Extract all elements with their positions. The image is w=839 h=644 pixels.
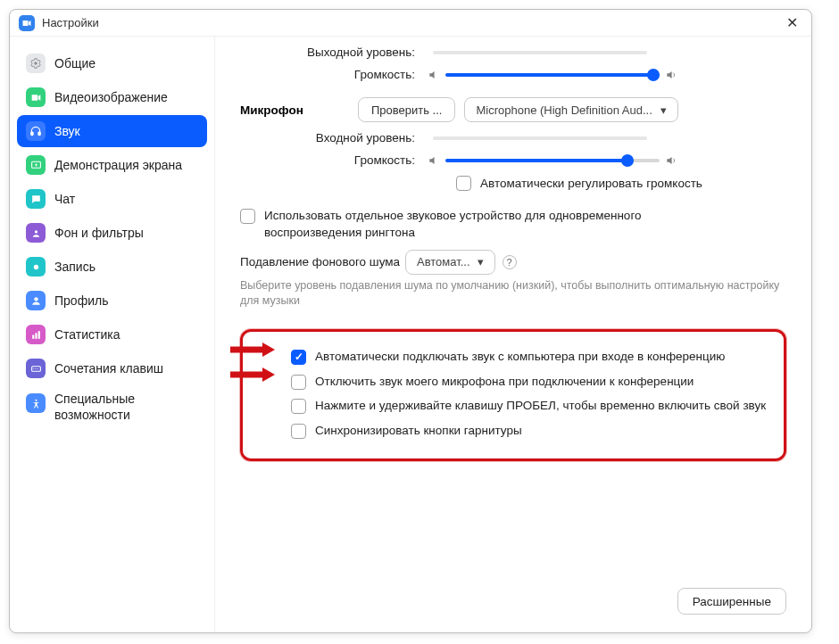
close-button[interactable]: ✕ xyxy=(781,12,802,34)
mic-test-label: Проверить ... xyxy=(371,103,442,117)
share-screen-icon xyxy=(26,155,46,175)
sidebar-item-label: Фон и фильтры xyxy=(54,226,144,240)
titlebar: Настройки ✕ xyxy=(10,10,811,37)
headphones-icon xyxy=(26,121,46,141)
content: Выходной уровень: Громкость: Микрофон Пр… xyxy=(215,37,811,632)
svg-point-13 xyxy=(37,367,37,368)
speaker-low-icon xyxy=(428,69,440,81)
speaker-low-icon xyxy=(428,154,440,167)
svg-point-4 xyxy=(34,230,37,233)
auto-adjust-volume-checkbox[interactable] xyxy=(456,176,471,191)
noise-suppression-value: Автомат... xyxy=(417,255,470,268)
separate-ringtone-checkbox[interactable] xyxy=(240,209,255,224)
noise-suppression-label: Подавление фонового шума xyxy=(240,255,400,268)
sidebar-item-chat[interactable]: Чат xyxy=(17,183,207,215)
sidebar-item-label: Запись xyxy=(54,260,96,274)
sidebar-item-label: Демонстрация экрана xyxy=(54,158,182,172)
sidebar: Общие Видеоизображение Звук Демонстрация… xyxy=(10,37,215,632)
sidebar-item-label: Общие xyxy=(54,56,96,70)
speaker-volume-slider[interactable] xyxy=(445,73,660,77)
chevron-down-icon: ▾ xyxy=(660,103,667,117)
highlighted-options-box: Автоматически подключать звук с компьюте… xyxy=(240,329,786,462)
sidebar-item-audio[interactable]: Звук xyxy=(17,115,207,147)
speaker-high-icon xyxy=(665,154,677,167)
chat-icon xyxy=(26,189,46,209)
app-icon xyxy=(19,15,35,31)
sync-headset-buttons-checkbox[interactable] xyxy=(291,424,306,439)
mute-mic-on-join-label: Отключить звук моего микрофона при подкл… xyxy=(315,374,694,391)
push-to-talk-checkbox[interactable] xyxy=(291,399,306,414)
advanced-button-label: Расширенные xyxy=(693,595,771,608)
annotation-arrow-2 xyxy=(228,366,277,384)
output-level-label: Выходной уровень: xyxy=(240,45,428,59)
chevron-down-icon: ▾ xyxy=(478,255,484,268)
svg-point-5 xyxy=(33,264,37,268)
sidebar-item-general[interactable]: Общие xyxy=(17,47,207,79)
window-title: Настройки xyxy=(42,16,99,29)
auto-join-audio-label: Автоматически подключать звук с компьюте… xyxy=(315,349,725,366)
svg-point-0 xyxy=(34,62,37,65)
noise-suppression-hint: Выберите уровень подавления шума по умол… xyxy=(240,278,786,310)
video-icon xyxy=(26,87,46,107)
sidebar-item-label: Сочетания клавиш xyxy=(54,361,163,376)
output-level-meter xyxy=(433,51,647,54)
auto-adjust-volume-label: Автоматически регулировать громкость xyxy=(480,176,702,193)
input-level-label: Входной уровень: xyxy=(240,131,428,144)
svg-rect-1 xyxy=(31,132,33,136)
input-level-meter xyxy=(433,136,647,140)
record-icon xyxy=(26,257,46,277)
sidebar-item-share-screen[interactable]: Демонстрация экрана xyxy=(17,149,207,181)
keyboard-icon xyxy=(26,359,46,378)
annotation-arrow-1 xyxy=(228,341,277,359)
push-to-talk-label: Нажмите и удерживайте клавишу ПРОБЕЛ, чт… xyxy=(315,398,766,415)
background-icon xyxy=(26,223,46,243)
sidebar-item-label: Статистика xyxy=(54,327,120,342)
sync-headset-buttons-label: Синхронизировать кнопки гарнитуры xyxy=(315,423,522,440)
svg-point-14 xyxy=(35,399,37,400)
mic-device-select[interactable]: Microphone (High Definition Aud... ▾ xyxy=(464,97,678,122)
sidebar-item-shortcuts[interactable]: Сочетания клавиш xyxy=(17,352,207,384)
svg-point-6 xyxy=(34,297,37,301)
mic-test-button[interactable]: Проверить ... xyxy=(358,97,455,122)
mic-device-value: Microphone (High Definition Aud... xyxy=(476,103,652,117)
speaker-high-icon xyxy=(665,69,677,81)
svg-rect-2 xyxy=(38,132,40,136)
sidebar-item-label: Чат xyxy=(54,192,75,206)
svg-rect-8 xyxy=(35,333,37,339)
advanced-button[interactable]: Расширенные xyxy=(677,588,786,615)
sidebar-item-label: Специальные возможности xyxy=(54,392,198,423)
mute-mic-on-join-checkbox[interactable] xyxy=(291,375,306,390)
auto-join-audio-checkbox[interactable] xyxy=(291,350,306,365)
profile-icon xyxy=(26,291,46,310)
mic-volume-label: Громкость: xyxy=(240,153,428,167)
sidebar-item-accessibility[interactable]: Специальные возможности xyxy=(17,386,207,428)
help-icon[interactable]: ? xyxy=(503,255,517,269)
settings-window: Настройки ✕ Общие Видеоизображение Звук … xyxy=(9,9,812,633)
mic-volume-slider[interactable] xyxy=(445,159,660,162)
stats-icon xyxy=(26,325,46,344)
sidebar-item-statistics[interactable]: Статистика xyxy=(17,318,207,351)
sidebar-item-profile[interactable]: Профиль xyxy=(17,285,207,317)
gear-icon xyxy=(26,54,46,73)
sidebar-item-background[interactable]: Фон и фильтры xyxy=(17,217,207,249)
sidebar-item-recording[interactable]: Запись xyxy=(17,251,207,283)
svg-rect-9 xyxy=(37,331,39,339)
sidebar-item-video[interactable]: Видеоизображение xyxy=(17,81,207,113)
microphone-heading: Микрофон xyxy=(240,103,303,117)
noise-suppression-select[interactable]: Автомат... ▾ xyxy=(405,250,495,275)
separate-ringtone-label: Использовать отдельное звуковое устройст… xyxy=(264,208,648,242)
svg-point-11 xyxy=(33,367,34,368)
sidebar-item-label: Видеоизображение xyxy=(54,90,168,104)
speaker-volume-label: Громкость: xyxy=(240,68,428,81)
sidebar-item-label: Профиль xyxy=(54,293,108,308)
sidebar-item-label: Звук xyxy=(54,124,80,138)
svg-rect-7 xyxy=(32,334,34,338)
svg-point-12 xyxy=(35,367,36,368)
accessibility-icon xyxy=(26,393,46,413)
